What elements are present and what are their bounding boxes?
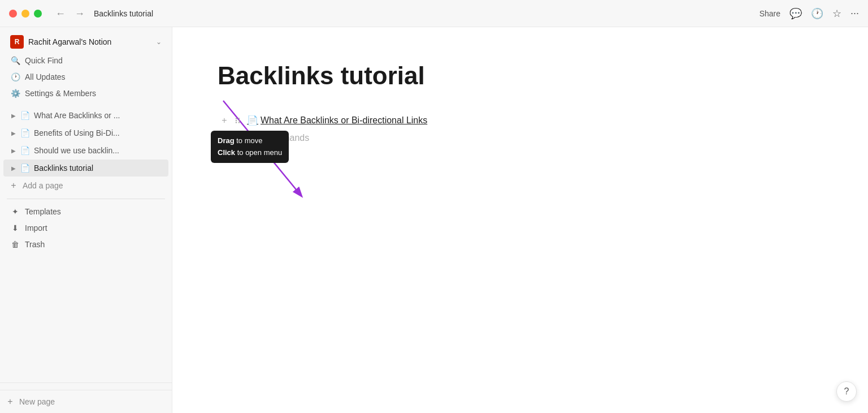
svg-point-7: [238, 122, 240, 123]
content-area[interactable]: Backlinks tutorial +: [172, 27, 868, 413]
page-link-block[interactable]: 📄 What Are Backlinks or Bi-directional L…: [247, 114, 427, 127]
sidebar-item-page-1[interactable]: ▶ 📄 What Are Backlinks or ...: [3, 107, 168, 124]
sidebar-item-all-updates[interactable]: 🕐 All Updates: [3, 69, 168, 85]
workspace-name: Rachit Agarwal's Notion: [28, 37, 156, 46]
gear-icon: ⚙️: [10, 88, 20, 98]
more-options-icon[interactable]: ···: [850, 7, 859, 19]
doc-icon: 📄: [19, 127, 31, 139]
close-button[interactable]: [9, 10, 17, 18]
page-label-1: What Are Backlinks or ...: [34, 111, 162, 120]
sidebar-label-trash: Trash: [25, 240, 45, 249]
add-page-button[interactable]: + Add a page: [3, 177, 168, 194]
sidebar-item-page-4[interactable]: ▶ 📄 Backlinks tutorial: [3, 160, 168, 177]
chevron-icon: ▶: [8, 162, 19, 174]
page-label-3: Should we use backlin...: [34, 146, 162, 155]
page-link-icon: 📄: [247, 115, 258, 126]
import-icon: ⬇: [10, 223, 20, 233]
search-icon: 🔍: [10, 55, 20, 66]
block-row-2: / for commands: [218, 132, 823, 144]
workspace-header[interactable]: R Rachit Agarwal's Notion ⌄: [3, 32, 168, 52]
tooltip-click-suffix: to open menu: [235, 148, 282, 157]
page-label-2: Benefits of Using Bi-Di...: [34, 128, 162, 137]
header-page-title: Backlinks tutorial: [94, 9, 760, 18]
comments-icon[interactable]: 💬: [789, 7, 802, 20]
chevron-icon: ▶: [8, 145, 19, 156]
svg-point-4: [236, 122, 237, 123]
sidebar-item-import[interactable]: ⬇ Import: [3, 220, 168, 236]
titlebar: ← → Backlinks tutorial Share 💬 🕐 ☆ ···: [0, 0, 868, 27]
plus-icon: +: [5, 396, 16, 407]
new-page-label: New page: [19, 397, 55, 406]
header-actions: Share 💬 🕐 ☆ ···: [760, 7, 859, 20]
drag-dots-icon: [234, 117, 242, 124]
workspace-avatar: R: [10, 35, 24, 49]
page-link-text: What Are Backlinks or Bi-directional Lin…: [261, 115, 427, 126]
main-layout: R Rachit Agarwal's Notion ⌄ 🔍 Quick Find…: [0, 27, 868, 413]
favorite-icon[interactable]: ☆: [832, 7, 841, 20]
sidebar-label-settings: Settings & Members: [25, 89, 96, 98]
forward-button[interactable]: →: [72, 7, 87, 20]
chevron-icon: ▶: [8, 127, 19, 139]
clock-icon: 🕐: [10, 72, 20, 82]
nav-buttons: ← →: [53, 7, 87, 20]
sidebar-top: R Rachit Agarwal's Notion ⌄ 🔍 Quick Find…: [0, 27, 172, 106]
block-add-button[interactable]: +: [218, 114, 231, 127]
sidebar-label-quick-find: Quick Find: [25, 56, 63, 65]
chevron-icon: ▶: [8, 110, 19, 121]
svg-point-5: [238, 118, 240, 119]
sidebar-label-import: Import: [25, 223, 47, 233]
page-label-4: Backlinks tutorial: [34, 164, 162, 173]
sidebar: R Rachit Agarwal's Notion ⌄ 🔍 Quick Find…: [0, 27, 172, 413]
sidebar-item-page-2[interactable]: ▶ 📄 Benefits of Using Bi-Di...: [3, 124, 168, 141]
share-button[interactable]: Share: [760, 9, 780, 18]
new-page-button[interactable]: + New page: [0, 390, 172, 413]
trash-icon: 🗑: [10, 239, 20, 249]
tooltip-click-label: Click: [218, 148, 235, 157]
sidebar-item-templates[interactable]: ✦ Templates: [3, 204, 168, 220]
doc-icon: 📄: [19, 162, 31, 174]
sidebar-item-settings[interactable]: ⚙️ Settings & Members: [3, 85, 168, 101]
plus-icon: +: [8, 180, 19, 191]
sidebar-item-quick-find[interactable]: 🔍 Quick Find: [3, 53, 168, 68]
help-button[interactable]: ?: [836, 381, 857, 402]
sidebar-item-page-3[interactable]: ▶ 📄 Should we use backlin...: [3, 142, 168, 159]
maximize-button[interactable]: [34, 10, 42, 18]
block-controls: +: [218, 114, 245, 127]
back-button[interactable]: ←: [53, 7, 68, 20]
sidebar-item-trash[interactable]: 🗑 Trash: [3, 236, 168, 252]
add-page-label: Add a page: [23, 181, 63, 190]
doc-icon: 📄: [19, 145, 31, 156]
sidebar-label-templates: Templates: [25, 207, 61, 216]
sidebar-pages: ▶ 📄 What Are Backlinks or ... ▶ 📄 Benefi…: [0, 106, 172, 382]
svg-point-6: [238, 120, 240, 121]
minimize-button[interactable]: [21, 10, 29, 18]
slash-placeholder: / for commands: [247, 132, 309, 144]
arrow-annotation: [218, 95, 319, 208]
block-row-1: + Drag to move Click to open menu: [218, 114, 823, 127]
svg-point-3: [236, 120, 237, 121]
traffic-lights: [9, 10, 42, 18]
sidebar-divider: [7, 199, 165, 199]
templates-icon: ✦: [10, 206, 20, 217]
block-drag-handle[interactable]: [231, 114, 245, 127]
page-heading: Backlinks tutorial: [218, 61, 823, 91]
workspace-chevron-icon: ⌄: [156, 38, 162, 46]
doc-icon: 📄: [19, 110, 31, 121]
sidebar-label-all-updates: All Updates: [25, 72, 66, 81]
sidebar-bottom: + New page: [0, 382, 172, 413]
history-icon[interactable]: 🕐: [811, 7, 823, 20]
svg-point-2: [236, 118, 237, 119]
